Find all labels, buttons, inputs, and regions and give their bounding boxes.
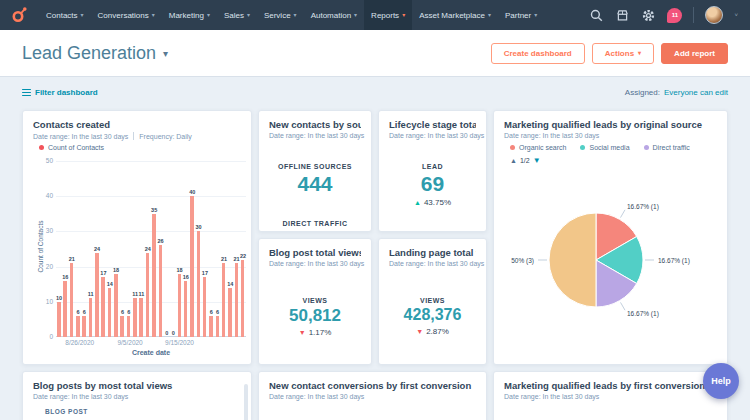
settings-gear-icon[interactable] bbox=[641, 8, 656, 23]
nav-item-label: Sales bbox=[224, 11, 244, 20]
legend-item-direct-traffic[interactable]: Direct traffic bbox=[644, 144, 690, 151]
nav-item-label: Contacts bbox=[46, 11, 78, 20]
bar[interactable] bbox=[190, 196, 194, 337]
hubspot-logo-icon[interactable] bbox=[10, 6, 29, 24]
everyone-can-edit-link[interactable]: Everyone can edit bbox=[664, 88, 728, 97]
y-axis-title: Count of Contacts bbox=[37, 172, 44, 322]
bar[interactable] bbox=[228, 288, 232, 337]
filter-icon bbox=[22, 89, 31, 97]
bar[interactable] bbox=[209, 316, 213, 337]
legend-prev-icon[interactable]: ▲ bbox=[510, 157, 517, 164]
dashboard-title-chevron-icon[interactable]: ▾ bbox=[163, 48, 168, 59]
bar[interactable] bbox=[222, 263, 226, 337]
widget-title[interactable]: Marketing qualified leads by original so… bbox=[504, 119, 717, 130]
bar[interactable] bbox=[178, 274, 182, 337]
actions-button[interactable]: Actions▾ bbox=[592, 43, 654, 64]
nav-item-automation[interactable]: Automation▾ bbox=[304, 0, 364, 30]
nav-item-sales[interactable]: Sales▾ bbox=[217, 0, 257, 30]
marketplace-icon[interactable] bbox=[615, 8, 630, 23]
notifications-icon[interactable]: 11 bbox=[667, 8, 682, 23]
metric-label: OFFLINE SOURCES bbox=[278, 163, 352, 170]
pie-legend: Organic searchSocial mediaDirect traffic bbox=[510, 144, 690, 151]
bar[interactable] bbox=[82, 316, 86, 337]
legend-item-social-media[interactable]: Social media bbox=[580, 144, 629, 151]
legend-item-label: Direct traffic bbox=[653, 144, 690, 151]
filter-dashboard-link[interactable]: Filter dashboard bbox=[22, 88, 98, 97]
bar[interactable] bbox=[76, 316, 80, 337]
x-tick-label: 8/26/2020 bbox=[65, 339, 94, 346]
nav-item-contacts[interactable]: Contacts▾ bbox=[39, 0, 91, 30]
mql-pie-svg[interactable]: 16.67% (1)16.67% (1)16.67% (1)50% (3) bbox=[504, 167, 719, 337]
nav-items: Contacts▾Conversations▾Marketing▾Sales▾S… bbox=[39, 0, 544, 30]
legend-item-organic-search[interactable]: Organic search bbox=[510, 144, 566, 151]
bar[interactable] bbox=[95, 253, 99, 337]
bar[interactable] bbox=[89, 298, 93, 337]
contacts-created-chart: Count of Contacts 0102030405010162166112… bbox=[33, 161, 245, 337]
y-tick-label: 0 bbox=[49, 333, 53, 340]
scrollbar[interactable] bbox=[244, 384, 248, 420]
widget-title[interactable]: Contacts created bbox=[33, 119, 241, 130]
nav-item-asset-marketplace[interactable]: Asset Marketplace▾ bbox=[412, 0, 498, 30]
bar[interactable] bbox=[146, 253, 150, 337]
bar-slot: 17 bbox=[203, 161, 207, 337]
bar[interactable] bbox=[197, 231, 201, 337]
bar-slot: 6 bbox=[209, 161, 213, 337]
pie-label-leader-line bbox=[621, 302, 626, 310]
widget-landing-page-total-views: Landing page total vie... Date range: In… bbox=[378, 238, 487, 365]
bar-value-label: 6 bbox=[216, 309, 219, 315]
add-report-button[interactable]: Add report bbox=[661, 43, 728, 64]
widget-title[interactable]: Landing page total vie... bbox=[389, 247, 476, 258]
bar-slot: 21 bbox=[70, 161, 74, 337]
bar-value-label: 6 bbox=[77, 309, 80, 315]
widget-title[interactable]: Blog posts by most total views bbox=[33, 380, 241, 391]
legend-item-label: Social media bbox=[589, 144, 629, 151]
widget-title[interactable]: Lifecycle stage totals bbox=[389, 119, 476, 130]
bar[interactable] bbox=[184, 281, 188, 337]
bar[interactable] bbox=[203, 277, 207, 337]
nav-item-label: Asset Marketplace bbox=[419, 11, 485, 20]
metric-label: LEAD bbox=[422, 163, 443, 170]
bar[interactable] bbox=[127, 316, 131, 337]
widget-title[interactable]: Marketing qualified leads by first conve… bbox=[504, 380, 717, 391]
nav-item-service[interactable]: Service▾ bbox=[257, 0, 304, 30]
widget-title[interactable]: Blog post total views a... bbox=[269, 247, 361, 258]
bar[interactable] bbox=[139, 298, 143, 337]
bar-value-label: 18 bbox=[176, 267, 182, 273]
search-icon[interactable] bbox=[589, 8, 604, 23]
legend-next-icon[interactable]: ▼ bbox=[533, 156, 541, 165]
chevron-down-icon: ▾ bbox=[402, 12, 405, 18]
nav-item-conversations[interactable]: Conversations▾ bbox=[91, 0, 162, 30]
bar[interactable] bbox=[63, 281, 67, 337]
nav-item-reports[interactable]: Reports▾ bbox=[364, 0, 412, 30]
bar[interactable] bbox=[70, 263, 74, 337]
metric-delta: ▼ 1.17% bbox=[299, 328, 332, 337]
bar[interactable] bbox=[108, 288, 112, 337]
bar[interactable] bbox=[235, 263, 239, 337]
widget-title[interactable]: New contact conversions by first convers… bbox=[269, 380, 476, 391]
nav-item-marketing[interactable]: Marketing▾ bbox=[162, 0, 217, 30]
bar[interactable] bbox=[241, 260, 245, 337]
contacts-created-plot[interactable]: 0102030405010162166112417141866111124352… bbox=[56, 161, 246, 337]
bar[interactable] bbox=[133, 298, 137, 337]
bar[interactable] bbox=[152, 214, 156, 337]
bar-value-label: 18 bbox=[113, 267, 119, 273]
bar[interactable] bbox=[216, 316, 220, 337]
nav-item-partner[interactable]: Partner▾ bbox=[498, 0, 544, 30]
help-button[interactable]: Help bbox=[703, 363, 739, 399]
pie-slice[interactable] bbox=[549, 213, 596, 307]
create-dashboard-button[interactable]: Create dashboard bbox=[491, 43, 585, 64]
nav-item-label: Partner bbox=[505, 11, 531, 20]
bar[interactable] bbox=[159, 245, 163, 337]
bar[interactable] bbox=[120, 316, 124, 337]
dashboard-title[interactable]: Lead Generation bbox=[22, 43, 156, 64]
user-avatar[interactable] bbox=[705, 6, 723, 24]
pie-label-leader-line bbox=[621, 210, 626, 218]
bar[interactable] bbox=[57, 302, 61, 337]
bar[interactable] bbox=[101, 277, 105, 337]
chart-legend[interactable]: Count of Contacts bbox=[39, 144, 104, 151]
bar[interactable] bbox=[114, 274, 118, 337]
chevron-down-icon[interactable]: ˅ bbox=[734, 12, 738, 18]
bar-slot: 6 bbox=[82, 161, 86, 337]
chevron-down-icon: ▾ bbox=[294, 12, 297, 18]
widget-title[interactable]: New contacts by source bbox=[269, 119, 361, 130]
